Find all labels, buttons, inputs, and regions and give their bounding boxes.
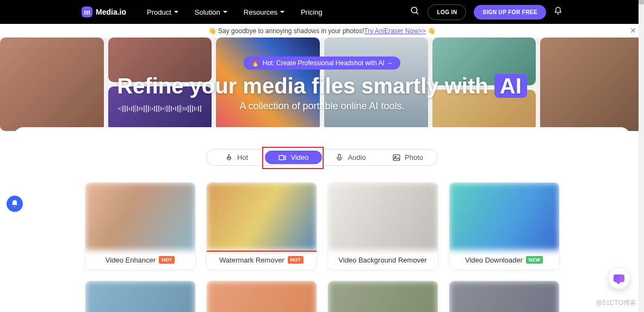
card-thumbnail xyxy=(85,183,195,250)
hero: 🔥Hot: Create Professional Headshot with … xyxy=(0,38,644,131)
bell-icon xyxy=(10,199,19,208)
card-title: Video Downloader xyxy=(465,256,523,264)
chat-fab[interactable] xyxy=(608,267,630,289)
card-thumbnail xyxy=(85,281,195,312)
annotation-highlight xyxy=(206,251,317,270)
nav-pricing[interactable]: Pricing xyxy=(301,8,323,16)
hot-badge: HOT xyxy=(159,256,175,264)
wave-emoji-icon: 👋 xyxy=(428,27,436,35)
tab-video[interactable]: Video xyxy=(265,151,322,164)
watermark: @51CTO博客 xyxy=(596,298,636,308)
card-thumbnail xyxy=(449,183,559,250)
brand-name: Media.io xyxy=(96,8,126,16)
svg-line-1 xyxy=(417,12,419,14)
promo-link[interactable]: Try AniEraser Now>> xyxy=(364,27,426,35)
scrollbar[interactable] xyxy=(639,0,644,312)
category-tabs: Hot Video Audio Photo xyxy=(206,149,438,166)
tool-grid: Video EnhancerHOT Watermark RemoverHOT V… xyxy=(14,182,630,312)
tool-card-video-downloader[interactable]: Video DownloaderNEW xyxy=(449,182,560,270)
svg-rect-2 xyxy=(279,155,284,160)
card-thumbnail xyxy=(328,281,438,312)
chevron-down-icon xyxy=(223,11,227,13)
tool-card[interactable] xyxy=(449,280,560,312)
new-badge: NEW xyxy=(526,256,543,264)
tab-audio[interactable]: Audio xyxy=(322,151,379,164)
hero-title: Refine your media files smartly with AI xyxy=(117,74,527,98)
card-thumbnail xyxy=(328,183,438,250)
nav-resources[interactable]: Resources xyxy=(244,8,284,16)
image-icon xyxy=(392,153,401,162)
svg-point-0 xyxy=(412,7,418,13)
flame-icon xyxy=(225,153,233,162)
promo-text: Say goodbye to annoying shadows in your … xyxy=(218,27,364,35)
notifications-fab[interactable] xyxy=(7,196,23,212)
signup-button[interactable]: SIGN UP FOR FREE xyxy=(474,5,546,20)
wave-emoji-icon: 👋 xyxy=(208,27,216,35)
header: m Media.io Product Solution Resources Pr… xyxy=(0,0,644,24)
hero-hot-link[interactable]: 🔥Hot: Create Professional Headshot with … xyxy=(244,57,400,70)
tab-photo[interactable]: Photo xyxy=(379,151,436,164)
tab-hot[interactable]: Hot xyxy=(208,151,265,164)
login-button[interactable]: LOG IN xyxy=(428,4,466,20)
chevron-down-icon xyxy=(280,11,284,13)
logo[interactable]: m Media.io xyxy=(82,7,126,17)
tool-card-video-bg-remover[interactable]: Video Background Remover xyxy=(327,182,438,270)
nav-product[interactable]: Product xyxy=(147,8,178,16)
tool-card[interactable] xyxy=(85,280,196,312)
search-icon[interactable] xyxy=(410,6,420,18)
card-title: Video Enhancer xyxy=(106,256,156,264)
svg-rect-3 xyxy=(338,154,340,158)
fire-icon: 🔥 xyxy=(251,59,259,67)
nav-solution[interactable]: Solution xyxy=(195,8,227,16)
tool-panel: Hot Video Audio Photo Video EnhancerHOT … xyxy=(14,127,630,312)
hero-subtitle: A collection of portable online AI tools… xyxy=(239,101,404,112)
main-nav: Product Solution Resources Pricing xyxy=(147,8,323,16)
svg-rect-4 xyxy=(393,154,400,160)
card-thumbnail xyxy=(207,281,317,312)
chevron-down-icon xyxy=(174,11,178,13)
logo-mark-icon: m xyxy=(82,7,92,17)
bell-icon[interactable] xyxy=(554,7,562,17)
scrollbar-thumb[interactable] xyxy=(639,0,644,4)
card-title: Video Background Remover xyxy=(338,256,426,264)
microphone-icon xyxy=(335,153,344,162)
card-thumbnail xyxy=(449,281,559,312)
video-icon xyxy=(278,153,287,162)
promo-bar: 👋 Say goodbye to annoying shadows in you… xyxy=(0,24,644,38)
tool-card[interactable] xyxy=(327,280,438,312)
chat-bubble-icon xyxy=(614,274,624,282)
tool-card-watermark-remover[interactable]: Watermark RemoverHOT xyxy=(206,182,317,270)
card-thumbnail xyxy=(207,183,317,250)
tool-card-video-enhancer[interactable]: Video EnhancerHOT xyxy=(85,182,196,270)
close-icon[interactable]: ✕ xyxy=(630,26,636,35)
tool-card[interactable] xyxy=(206,280,317,312)
